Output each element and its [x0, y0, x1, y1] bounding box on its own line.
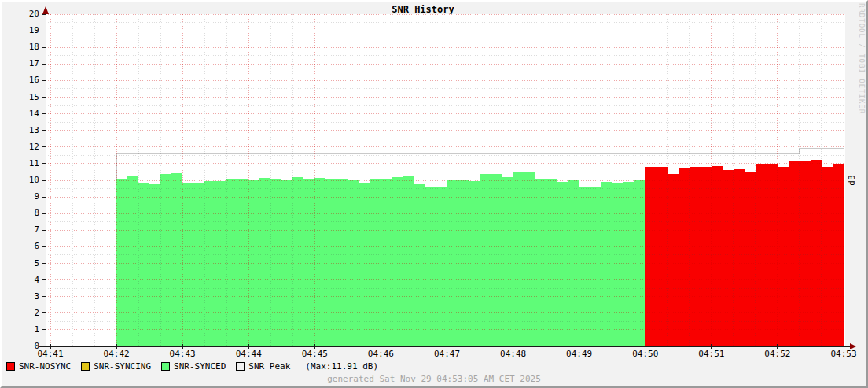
legend-item: SNR-SYNCING — [81, 361, 151, 371]
y-tick-label: 11 — [0, 158, 39, 169]
x-tick-label: 04:50 — [627, 349, 664, 360]
x-tick-label: 04:53 — [825, 349, 862, 360]
y-tick-label: 2 — [0, 308, 39, 319]
legend-label: SNR-SYNCED — [174, 361, 226, 371]
rrdtool-graph: SNR History 0123456789101112131415161718… — [0, 0, 868, 388]
plot-area — [0, 0, 868, 388]
y-tick-label: 6 — [0, 241, 39, 252]
y-tick-label: 17 — [0, 58, 39, 69]
y-tick-label: 20 — [0, 9, 39, 20]
legend-swatch — [161, 362, 170, 371]
legend-max-note: (Max:11.91 dB) — [305, 361, 378, 371]
y-tick-label: 13 — [0, 125, 39, 136]
y-tick-label: 5 — [0, 258, 39, 269]
legend-label: SNR Peak — [248, 361, 290, 371]
x-tick-label: 04:52 — [759, 349, 796, 360]
legend: SNR-NOSYNCSNR-SYNCINGSNR-SYNCEDSNR Peak(… — [6, 361, 378, 371]
x-tick-label: 04:48 — [495, 349, 532, 360]
x-tick-label: 04:45 — [296, 349, 333, 360]
legend-item: SNR-NOSYNC — [6, 361, 71, 371]
x-tick-label: 04:42 — [97, 349, 135, 360]
x-tick-label: 04:43 — [164, 349, 201, 360]
generated-timestamp: generated Sat Nov 29 04:53:05 AM CET 202… — [0, 374, 868, 384]
y-tick-label: 18 — [0, 42, 39, 53]
legend-label: SNR-NOSYNC — [19, 361, 71, 371]
y-tick-label: 15 — [0, 92, 39, 103]
y-tick-label: 10 — [0, 175, 39, 186]
right-axis-label: dB — [847, 168, 858, 193]
x-tick-label: 04:41 — [31, 349, 69, 360]
y-tick-label: 1 — [0, 324, 39, 335]
legend-swatch — [81, 362, 90, 371]
y-tick-label: 8 — [0, 208, 39, 219]
y-tick-label: 14 — [0, 109, 39, 120]
y-tick-label: 12 — [0, 142, 39, 153]
legend-item: SNR Peak — [236, 361, 290, 371]
legend-item: SNR-SYNCED — [161, 361, 226, 371]
legend-label: SNR-SYNCING — [94, 361, 151, 371]
y-tick-label: 16 — [0, 75, 39, 86]
x-tick-label: 04:51 — [693, 349, 730, 360]
x-tick-label: 04:49 — [561, 349, 598, 360]
y-tick-label: 4 — [0, 275, 39, 286]
rrdtool-watermark: RRDTOOL / TOBI OETIKER — [858, 3, 866, 114]
x-tick-label: 04:44 — [230, 349, 267, 360]
y-tick-label: 19 — [0, 25, 39, 36]
x-tick-label: 04:46 — [362, 349, 399, 360]
x-tick-label: 04:47 — [428, 349, 466, 360]
legend-swatch — [6, 362, 15, 371]
legend-swatch — [236, 362, 245, 371]
y-tick-label: 9 — [0, 191, 39, 202]
y-tick-label: 7 — [0, 224, 39, 235]
y-tick-label: 3 — [0, 291, 39, 302]
